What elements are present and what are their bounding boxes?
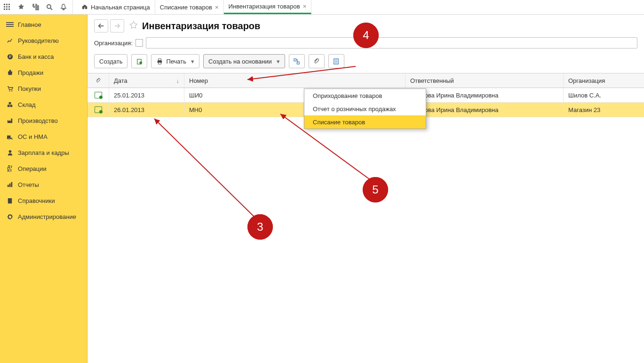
bars-icon xyxy=(5,181,15,188)
tab-writeoff-label: Списание товаров xyxy=(160,4,212,11)
home-icon xyxy=(81,3,88,11)
boxes-icon xyxy=(5,101,15,108)
top-toolbar: Начальная страница Списание товаров × Ин… xyxy=(0,0,644,15)
ruble-icon: ₽ xyxy=(5,53,15,60)
caret-down-icon: ▾ xyxy=(191,58,194,65)
sidebar-item-manager[interactable]: Руководителю xyxy=(0,32,87,48)
annotation-arrow xyxy=(149,116,266,219)
annotation-marker-3: 3 xyxy=(247,214,273,240)
svg-rect-19 xyxy=(7,185,8,187)
tab-bar: Начальная страница Списание товаров × Ин… xyxy=(77,0,311,14)
list-button[interactable] xyxy=(328,54,344,68)
svg-rect-15 xyxy=(7,105,9,107)
star-icon[interactable] xyxy=(14,0,28,14)
chart-icon xyxy=(5,37,15,44)
svg-rect-16 xyxy=(10,105,12,107)
attach-button[interactable] xyxy=(309,54,325,68)
nav-back-button[interactable] xyxy=(94,19,108,32)
tab-inventory-label: Инвентаризация товаров xyxy=(229,3,300,10)
svg-text:₽: ₽ xyxy=(9,55,11,59)
svg-point-14 xyxy=(11,90,12,91)
caret-down-icon: ▾ xyxy=(277,58,280,65)
col-attach[interactable] xyxy=(87,73,109,88)
page-title: Инвентаризация товаров xyxy=(142,21,260,32)
tab-home-label: Начальная страница xyxy=(91,4,150,11)
sidebar-item-warehouse[interactable]: Склад xyxy=(0,97,87,113)
annotation-marker-4: 4 xyxy=(353,23,379,48)
close-icon[interactable]: × xyxy=(303,3,307,10)
svg-rect-6 xyxy=(4,8,5,10)
factory-icon xyxy=(5,117,15,124)
truck-icon xyxy=(5,133,15,140)
col-resp[interactable]: Ответственный xyxy=(405,73,564,88)
tab-home[interactable]: Начальная страница xyxy=(77,0,155,14)
svg-point-23 xyxy=(139,61,142,64)
create-based-menu: Оприходование товаров Отчет о розничных … xyxy=(304,89,426,129)
svg-point-13 xyxy=(9,90,10,91)
svg-rect-21 xyxy=(11,182,12,186)
person-icon xyxy=(5,149,15,156)
svg-point-9 xyxy=(47,5,51,8)
org-filter-checkbox[interactable] xyxy=(135,39,143,47)
related-button[interactable] xyxy=(289,54,305,68)
nav-forward-button[interactable] xyxy=(110,19,124,32)
svg-rect-27 xyxy=(294,58,296,61)
svg-rect-3 xyxy=(4,6,5,8)
svg-rect-25 xyxy=(159,58,161,60)
svg-rect-7 xyxy=(6,8,8,10)
book-icon xyxy=(5,197,15,204)
svg-rect-1 xyxy=(6,4,8,5)
sidebar-item-main[interactable]: Главное xyxy=(0,16,87,32)
svg-point-18 xyxy=(8,150,11,153)
col-date[interactable]: Дата↓ xyxy=(109,73,184,88)
svg-rect-2 xyxy=(8,4,10,5)
dd-spisanie[interactable]: Списание товаров xyxy=(304,115,426,129)
sidebar: Главное Руководителю ₽Банк и касса Прода… xyxy=(0,15,87,363)
svg-rect-4 xyxy=(6,6,8,8)
sidebar-item-prod[interactable]: Производство xyxy=(0,113,87,129)
annotation-marker-5: 5 xyxy=(363,177,388,202)
sidebar-item-purchases[interactable]: Покупки xyxy=(0,81,87,97)
create-based-button[interactable]: Создать на основании▾ xyxy=(203,54,285,68)
svg-rect-0 xyxy=(4,4,5,5)
apps-icon[interactable] xyxy=(0,0,14,14)
history-icon[interactable] xyxy=(28,0,42,14)
row-status-icon xyxy=(87,103,109,117)
dd-retail-report[interactable]: Отчет о розничных продажах xyxy=(304,102,426,115)
sidebar-item-bank[interactable]: ₽Банк и касса xyxy=(0,48,87,65)
svg-line-34 xyxy=(154,119,254,217)
sidebar-item-hr[interactable]: Зарплата и кадры xyxy=(0,145,87,161)
svg-rect-8 xyxy=(8,8,10,10)
org-filter-input[interactable] xyxy=(146,37,637,48)
svg-rect-5 xyxy=(8,6,10,8)
table-header: Дата↓ Номер Ответственный Организация xyxy=(87,73,644,88)
content-area: Инвентаризация товаров Организация: Созд… xyxy=(87,15,644,363)
favorite-star-icon[interactable] xyxy=(129,21,138,32)
cart-icon xyxy=(5,85,15,92)
svg-rect-17 xyxy=(8,102,11,104)
close-icon[interactable]: × xyxy=(215,4,219,11)
sidebar-item-refs[interactable]: Справочники xyxy=(0,193,87,209)
svg-line-10 xyxy=(50,8,52,10)
sidebar-item-reports[interactable]: Отчеты xyxy=(0,177,87,193)
row-status-icon xyxy=(87,88,109,102)
hamburger-icon xyxy=(5,22,15,27)
sidebar-item-admin[interactable]: Администрирование xyxy=(0,209,87,225)
sidebar-item-os[interactable]: ОС и НМА xyxy=(0,129,87,145)
col-org[interactable]: Организация xyxy=(564,73,644,88)
bell-icon[interactable] xyxy=(56,0,71,14)
create-button[interactable]: Создать xyxy=(94,54,127,68)
gear-icon xyxy=(5,213,15,220)
tab-writeoff[interactable]: Списание товаров × xyxy=(155,0,224,14)
dd-oprihodovanie[interactable]: Оприходование товаров xyxy=(304,89,426,102)
svg-rect-20 xyxy=(9,183,10,187)
search-icon[interactable] xyxy=(42,0,56,14)
copy-button[interactable] xyxy=(131,54,147,68)
col-num[interactable]: Номер xyxy=(184,73,405,88)
print-button[interactable]: Печать▾ xyxy=(151,54,199,68)
tab-inventory[interactable]: Инвентаризация товаров × xyxy=(224,0,312,14)
sidebar-item-ops[interactable]: ДтКтОперации xyxy=(0,161,87,177)
bag-icon xyxy=(5,69,15,76)
org-filter-label: Организация: xyxy=(94,40,133,47)
sidebar-item-sales[interactable]: Продажи xyxy=(0,65,87,81)
